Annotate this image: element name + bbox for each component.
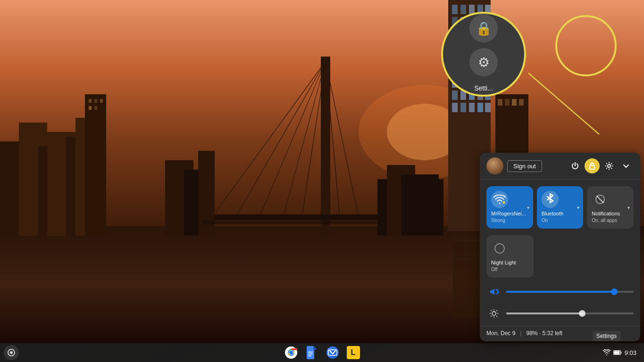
svg-rect-61 [485, 78, 491, 88]
qs-tiles-row2: Night Light Off [480, 235, 640, 284]
svg-rect-54 [469, 66, 475, 75]
svg-rect-28 [460, 5, 466, 14]
taskbar-left [4, 345, 19, 360]
qs-tiles-grid: MrRogersNei... Strong ▾ Bluetooth On ▾ [480, 180, 640, 235]
wifi-tile[interactable]: MrRogersNei... Strong ▾ [486, 186, 533, 229]
svg-rect-33 [460, 17, 466, 26]
settings-button[interactable] [602, 158, 617, 173]
qs-battery-text: 98% · 5:32 left [526, 330, 562, 337]
svg-rect-65 [477, 90, 483, 100]
taskbar-center: L [282, 343, 363, 362]
notifications-tile-icon [592, 191, 609, 208]
brightness-icon [486, 306, 502, 321]
svg-rect-47 [452, 54, 458, 63]
collapse-button[interactable] [619, 158, 634, 173]
svg-rect-75 [512, 99, 517, 106]
svg-rect-44 [469, 41, 475, 51]
quick-settings-panel: Sign out [480, 153, 640, 341]
svg-rect-31 [485, 5, 491, 14]
svg-rect-48 [460, 54, 466, 63]
svg-rect-15 [94, 106, 97, 110]
bluetooth-tile-name: Bluetooth [542, 211, 563, 217]
svg-rect-112 [614, 351, 619, 354]
qs-sliders [480, 284, 640, 326]
svg-rect-88 [203, 221, 382, 224]
notifications-tile-name: Notifications [592, 211, 620, 217]
night-light-tile[interactable]: Night Light Off [486, 235, 534, 278]
volume-slider-row [486, 284, 634, 299]
brightness-slider-row [486, 306, 634, 321]
taskbar-right: 9:03 [599, 347, 640, 358]
svg-rect-42 [452, 41, 458, 51]
svg-rect-68 [460, 103, 466, 112]
notifications-tile-status: On, all apps [592, 218, 617, 223]
bluetooth-tile-status: On [542, 218, 548, 223]
svg-rect-10 [85, 94, 106, 236]
svg-rect-45 [477, 41, 483, 51]
svg-rect-51 [485, 54, 491, 63]
wifi-dropdown-arrow[interactable]: ▾ [527, 205, 529, 210]
qs-header: Sign out [480, 153, 640, 180]
svg-rect-73 [498, 99, 502, 106]
svg-point-102 [289, 351, 293, 354]
svg-rect-49 [469, 54, 475, 63]
svg-rect-58 [460, 78, 466, 88]
svg-rect-70 [477, 103, 483, 112]
svg-rect-74 [505, 99, 510, 106]
bluetooth-tile-icon [542, 191, 559, 208]
notifications-dropdown-arrow[interactable]: ▾ [627, 205, 630, 210]
qs-footer: Mon, Dec 9 | 98% · 5:32 left [480, 326, 640, 341]
svg-rect-71 [485, 103, 491, 112]
svg-rect-69 [469, 103, 475, 112]
notifications-tile[interactable]: Notifications On, all apps ▾ [587, 186, 634, 229]
night-light-tile-name: Night Light [491, 260, 516, 266]
svg-rect-34 [469, 17, 475, 26]
svg-rect-30 [477, 5, 483, 14]
power-button[interactable] [568, 158, 583, 173]
svg-rect-64 [469, 90, 475, 100]
taskbar: L 9:03 [0, 343, 644, 362]
taskbar-chrome[interactable] [282, 343, 301, 362]
volume-slider-track[interactable] [506, 291, 634, 293]
bluetooth-dropdown-arrow[interactable]: ▾ [577, 205, 579, 210]
wifi-tile-name: MrRogersNei... [491, 211, 526, 217]
svg-rect-46 [485, 41, 491, 51]
svg-rect-50 [477, 54, 483, 63]
svg-rect-66 [485, 90, 491, 100]
svg-rect-60 [477, 78, 483, 88]
svg-rect-59 [469, 78, 475, 88]
bluetooth-tile[interactable]: Bluetooth On ▾ [537, 186, 584, 229]
launcher-button[interactable] [4, 345, 19, 360]
svg-rect-40 [477, 29, 483, 39]
qs-header-icons [568, 158, 634, 173]
svg-rect-36 [485, 17, 491, 26]
svg-rect-53 [460, 66, 466, 75]
svg-rect-12 [94, 99, 97, 103]
qs-footer-divider: | [520, 330, 521, 337]
svg-rect-39 [469, 29, 475, 39]
avatar-image [486, 157, 503, 174]
qs-date: Mon, Dec 9 [486, 330, 515, 337]
svg-rect-56 [485, 66, 491, 75]
system-tray[interactable]: 9:03 [599, 347, 640, 358]
taskbar-lexi[interactable]: L [344, 343, 363, 362]
svg-rect-90 [590, 165, 594, 169]
svg-rect-29 [469, 5, 475, 14]
svg-rect-76 [519, 99, 524, 106]
svg-line-94 [597, 196, 603, 203]
avatar [486, 157, 503, 174]
svg-rect-106 [308, 354, 313, 354]
svg-rect-32 [452, 17, 458, 26]
volume-icon [486, 284, 502, 299]
taskbar-messages[interactable] [323, 343, 342, 362]
taskbar-docs[interactable] [302, 343, 321, 362]
svg-rect-43 [460, 41, 466, 51]
clock: 9:03 [625, 349, 636, 356]
svg-rect-52 [452, 66, 458, 75]
wifi-tile-status: Strong [491, 218, 505, 223]
svg-marker-104 [313, 346, 317, 350]
svg-rect-38 [460, 29, 466, 39]
sign-out-button[interactable]: Sign out [507, 160, 542, 172]
brightness-slider-track[interactable] [506, 313, 634, 314]
lock-button[interactable] [585, 158, 600, 173]
